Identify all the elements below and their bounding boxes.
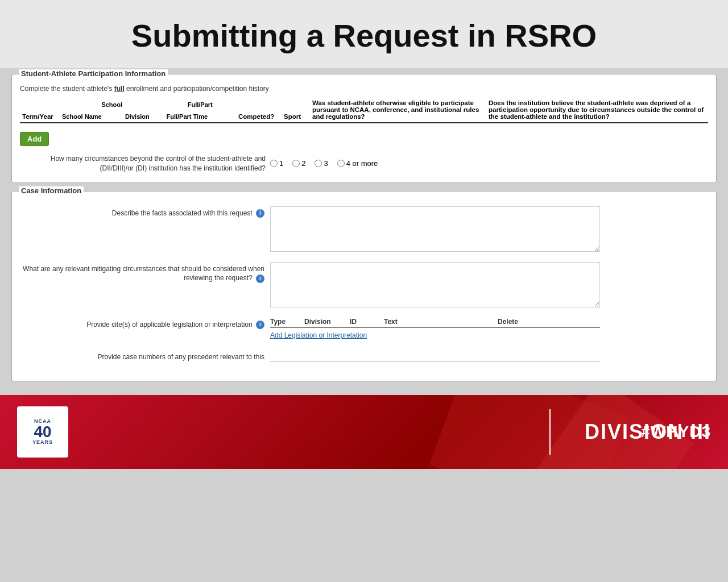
legislation-label: Provide cite(s) of applicable legislatio… bbox=[20, 318, 270, 330]
precedent-label: Provide case numbers of any precedent re… bbox=[20, 350, 270, 362]
radio-label-3: 3 bbox=[324, 159, 328, 168]
mitigating-info-icon[interactable]: i bbox=[256, 275, 264, 283]
leg-col-type: Type bbox=[270, 318, 304, 326]
bottom-divider bbox=[549, 409, 551, 455]
th-division: Division bbox=[123, 110, 164, 123]
radio-label-2: 2 bbox=[301, 159, 305, 168]
participation-legend: Student-Athlete Participation Informatio… bbox=[19, 69, 168, 78]
participation-section: Student-Athlete Participation Informatio… bbox=[11, 74, 717, 183]
mitigating-textarea[interactable] bbox=[270, 262, 600, 307]
precedent-row: Provide case numbers of any precedent re… bbox=[20, 350, 708, 362]
case-legend: Case Information bbox=[19, 186, 84, 195]
legislation-row: Provide cite(s) of applicable legislatio… bbox=[20, 318, 708, 340]
th-school-name: School Name bbox=[60, 110, 123, 123]
circumstances-label: How many circumstances beyond the contro… bbox=[20, 154, 270, 173]
describe-facts-row: Describe the facts associated with this … bbox=[20, 206, 708, 252]
radio-item-3[interactable]: 3 bbox=[315, 159, 328, 168]
hashtag-text: #WHYD3 bbox=[641, 423, 711, 441]
add-participation-button[interactable]: Add bbox=[20, 132, 49, 146]
circumstances-row: How many circumstances beyond the contro… bbox=[20, 154, 708, 173]
th-does-institution: Does the institution believe the student… bbox=[486, 98, 708, 123]
leg-col-text: Text bbox=[384, 318, 498, 326]
radio-item-4plus[interactable]: 4 or more bbox=[337, 159, 378, 168]
th-sport: Sport bbox=[282, 98, 310, 123]
radio-1[interactable] bbox=[270, 160, 278, 167]
radio-label-1: 1 bbox=[279, 159, 283, 168]
ncaa-logo-text: NCAA 40 YEARS bbox=[32, 419, 53, 446]
describe-facts-textarea[interactable] bbox=[270, 206, 600, 252]
describe-facts-label: Describe the facts associated with this … bbox=[20, 206, 270, 218]
mitigating-label: What are any relevant mitigating circums… bbox=[20, 262, 270, 284]
participation-table: Term/Year School Full/Part Competed? Spo… bbox=[20, 98, 708, 128]
case-section: Case Information Describe the facts asso… bbox=[11, 191, 717, 382]
bottom-bar: NCAA 40 YEARS DIVISION III #WHYD3 bbox=[0, 395, 728, 469]
th-termyear: Term/Year bbox=[20, 98, 60, 123]
th-school-group: School bbox=[60, 98, 164, 110]
leg-col-division: Division bbox=[304, 318, 350, 326]
table-row-empty bbox=[20, 123, 708, 128]
main-content: Student-Athlete Participation Informatio… bbox=[0, 68, 728, 395]
page-title-area: Submitting a Request in RSRO bbox=[0, 0, 728, 68]
radio-item-1[interactable]: 1 bbox=[270, 159, 283, 168]
add-legislation-link[interactable]: Add Legislation or Interpretation bbox=[270, 331, 367, 339]
legislation-info-icon[interactable]: i bbox=[256, 321, 264, 329]
radio-2[interactable] bbox=[292, 160, 300, 167]
ncaa-logo: NCAA 40 YEARS bbox=[17, 406, 68, 458]
radio-3[interactable] bbox=[315, 160, 322, 167]
leg-col-delete: Delete bbox=[498, 318, 543, 326]
participation-subtitle: Complete the student-athlete's full enro… bbox=[20, 85, 708, 93]
radio-4plus[interactable] bbox=[337, 160, 345, 167]
legislation-header: Type Division ID Text Delete bbox=[270, 318, 600, 328]
circumstances-radio-group: 1 2 3 4 or more bbox=[270, 159, 383, 168]
legislation-table-container: Type Division ID Text Delete Add Legisla… bbox=[270, 318, 600, 340]
precedent-input-area[interactable] bbox=[270, 350, 600, 361]
page-title: Submitting a Request in RSRO bbox=[11, 17, 717, 54]
radio-label-4plus: 4 or more bbox=[346, 159, 378, 168]
radio-item-2[interactable]: 2 bbox=[292, 159, 305, 168]
th-was-eligible: Was student-athlete otherwise eligible t… bbox=[310, 98, 486, 123]
th-fullpart-time: Full/Part Time bbox=[164, 110, 230, 123]
th-fullpart-group: Full/Part bbox=[164, 98, 237, 110]
th-competed: Competed? bbox=[236, 98, 282, 123]
leg-col-id: ID bbox=[350, 318, 384, 326]
mitigating-row: What are any relevant mitigating circums… bbox=[20, 262, 708, 307]
describe-facts-info-icon[interactable]: i bbox=[256, 209, 264, 218]
th-placeholder bbox=[230, 110, 236, 123]
